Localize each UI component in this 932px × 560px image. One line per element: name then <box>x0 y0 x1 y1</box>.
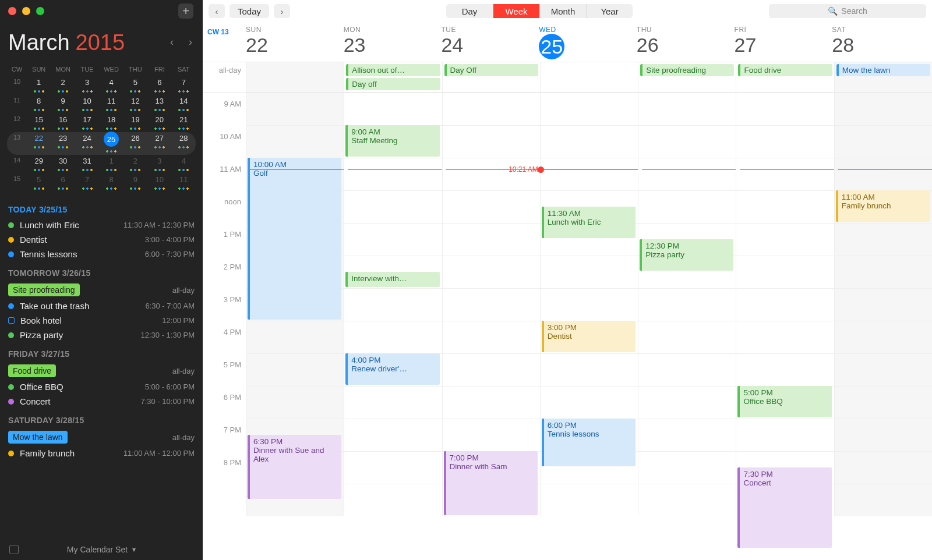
agenda-item[interactable]: Lunch with Eric11:30 AM - 12:30 PM <box>8 218 195 232</box>
zoom-window-icon[interactable] <box>36 7 44 15</box>
day-column[interactable]: 10:00 AMGolf6:30 PMDinner with Sue and A… <box>246 93 344 516</box>
prev-week-button[interactable]: ‹ <box>209 4 225 18</box>
day-header-cell[interactable]: TUE24 <box>441 22 539 62</box>
mini-cal-day[interactable]: 15 <box>27 114 51 132</box>
day-column[interactable]: 7:00 PMDinner with Sam <box>442 93 540 516</box>
agenda-item[interactable]: Pizza party12:30 - 1:30 PM <box>8 328 195 342</box>
agenda-item[interactable]: Dentist3:00 - 4:00 PM <box>8 232 195 247</box>
agenda-item[interactable]: Tennis lessons6:00 - 7:30 PM <box>8 247 195 261</box>
mini-cal-day[interactable]: 16 <box>51 114 75 132</box>
calendar-event[interactable]: 7:30 PMConcert <box>737 467 831 548</box>
mini-cal-day[interactable]: 11 <box>172 173 196 192</box>
mini-cal-day[interactable]: 4 <box>99 76 123 95</box>
allday-cell[interactable]: Day Off <box>442 62 540 92</box>
mini-cal-day[interactable]: 2 <box>51 76 75 95</box>
mini-cal-day[interactable]: 13 <box>147 95 171 114</box>
week-scroller[interactable]: all-dayAllison out of…Day offDay OffSite… <box>203 62 932 560</box>
allday-event[interactable]: Day Off <box>444 64 538 76</box>
mini-cal-day[interactable]: 28 <box>172 132 196 151</box>
calendar-set-label[interactable]: My Calendar Set <box>67 545 128 554</box>
calendar-event[interactable]: 10:00 AMGolf <box>248 158 341 320</box>
mini-cal-day[interactable]: 22 <box>27 132 51 151</box>
mini-cal-day[interactable]: 2 <box>123 155 147 173</box>
day-header-cell[interactable]: SUN22 <box>246 22 344 62</box>
calendar-event[interactable]: 4:00 PMRenew driver'… <box>345 353 439 385</box>
mini-cal-day[interactable]: 24 <box>75 132 99 151</box>
calendar-event[interactable]: 6:30 PMDinner with Sue and Alex <box>248 435 341 499</box>
mini-cal-day[interactable]: 3 <box>75 76 99 95</box>
calendar-event[interactable]: 7:00 PMDinner with Sam <box>444 451 538 515</box>
calendar-event[interactable]: 9:00 AMStaff Meeting <box>345 125 439 157</box>
today-button[interactable]: Today <box>230 4 269 18</box>
calendar-event[interactable]: 12:30 PMPizza party <box>640 239 733 271</box>
close-window-icon[interactable] <box>8 7 16 15</box>
day-header-cell[interactable]: MON23 <box>344 22 442 62</box>
allday-cell[interactable]: Site proofreading <box>638 62 736 92</box>
mini-cal-day[interactable]: 10 <box>75 95 99 114</box>
view-tab-day[interactable]: Day <box>446 4 493 18</box>
agenda-item[interactable]: Family brunch11:00 AM - 12:00 PM <box>8 446 195 460</box>
mini-cal-day[interactable]: 9 <box>123 173 147 192</box>
mini-cal-day[interactable]: 3 <box>147 155 171 173</box>
calendar-event[interactable]: 11:30 AMLunch with Eric <box>542 207 636 238</box>
day-header-cell[interactable]: WED25 <box>539 22 637 62</box>
mini-cal-day[interactable]: 8 <box>99 173 123 192</box>
mini-cal-day[interactable]: 30 <box>51 155 75 173</box>
view-tab-week[interactable]: Week <box>493 4 539 18</box>
mini-cal-day[interactable]: 7 <box>75 173 99 192</box>
mini-cal-day[interactable]: 8 <box>27 95 51 114</box>
agenda-item[interactable]: Site proofreadingall-day <box>8 281 195 299</box>
day-column[interactable]: 11:00 AMFamily brunch <box>834 93 932 516</box>
mini-cal-day[interactable]: 17 <box>75 114 99 132</box>
mini-cal-day[interactable]: 25 <box>99 132 123 155</box>
allday-cell[interactable]: Mow the lawn <box>834 62 932 92</box>
mini-cal-day[interactable]: 18 <box>99 114 123 132</box>
view-segmented-control[interactable]: DayWeekMonthYear <box>446 4 633 18</box>
allday-event[interactable]: Food drive <box>738 64 832 76</box>
agenda-item[interactable]: Food driveall-day <box>8 362 195 380</box>
prev-month-button[interactable]: ‹ <box>170 36 174 48</box>
calendar-event[interactable]: 3:00 PMDentist <box>542 321 636 352</box>
calendar-event[interactable]: 5:00 PMOffice BBQ <box>737 386 831 417</box>
allday-cell[interactable] <box>540 62 638 92</box>
calendar-event[interactable]: Interview with… <box>345 272 439 287</box>
day-column[interactable]: 12:30 PMPizza party <box>638 93 736 516</box>
mini-cal-day[interactable]: 1 <box>27 76 51 95</box>
agenda-item[interactable]: Take out the trash6:30 - 7:00 AM <box>8 299 195 313</box>
allday-event[interactable]: Allison out of… <box>346 64 440 76</box>
mini-cal-day[interactable]: 10 <box>147 173 171 192</box>
allday-event[interactable]: Site proofreading <box>640 64 734 76</box>
day-column[interactable]: 10:21 AM11:30 AMLunch with Eric3:00 PMDe… <box>540 93 638 516</box>
mini-cal-day[interactable]: 7 <box>172 76 196 95</box>
mini-cal-day[interactable]: 23 <box>51 132 75 151</box>
mini-cal-day[interactable]: 19 <box>123 114 147 132</box>
agenda-item[interactable]: Mow the lawnall-day <box>8 428 195 446</box>
mini-cal-day[interactable]: 1 <box>99 155 123 173</box>
agenda-item[interactable]: Office BBQ5:00 - 6:00 PM <box>8 380 195 394</box>
mini-cal-day[interactable]: 29 <box>27 155 51 173</box>
mini-cal-day[interactable]: 6 <box>147 76 171 95</box>
mini-cal-day[interactable]: 11 <box>99 95 123 114</box>
mini-cal-day[interactable]: 9 <box>51 95 75 114</box>
mini-calendar[interactable]: CWSUNMONTUEWEDTHUFRISAT10123456711891011… <box>7 66 196 192</box>
day-header-cell[interactable]: FRI27 <box>735 22 832 62</box>
mini-cal-day[interactable]: 26 <box>123 132 147 151</box>
allday-event[interactable]: Day off <box>346 78 440 90</box>
day-header-cell[interactable]: SAT28 <box>832 22 930 62</box>
day-column[interactable]: 5:00 PMOffice BBQ7:30 PMConcert <box>736 93 834 516</box>
view-tab-year[interactable]: Year <box>586 4 633 18</box>
mini-cal-day[interactable]: 5 <box>123 76 147 95</box>
agenda-list[interactable]: TODAY 3/25/15Lunch with Eric11:30 AM - 1… <box>0 198 203 539</box>
next-month-button[interactable]: › <box>189 36 192 48</box>
next-week-button[interactable]: › <box>274 4 290 18</box>
week-grid[interactable]: 9 AM10 AM11 AMnoon1 PM2 PM3 PM4 PM5 PM6 … <box>203 93 932 516</box>
allday-cell[interactable] <box>246 62 344 92</box>
day-header-cell[interactable]: THU26 <box>637 22 735 62</box>
mini-cal-day[interactable]: 27 <box>147 132 171 151</box>
reminders-toggle-icon[interactable] <box>9 545 19 554</box>
agenda-item[interactable]: Concert7:30 - 10:00 PM <box>8 394 195 409</box>
mini-cal-day[interactable]: 12 <box>123 95 147 114</box>
mini-cal-day[interactable]: 6 <box>51 173 75 192</box>
mini-cal-day[interactable]: 31 <box>75 155 99 173</box>
allday-event[interactable]: Mow the lawn <box>836 64 930 76</box>
